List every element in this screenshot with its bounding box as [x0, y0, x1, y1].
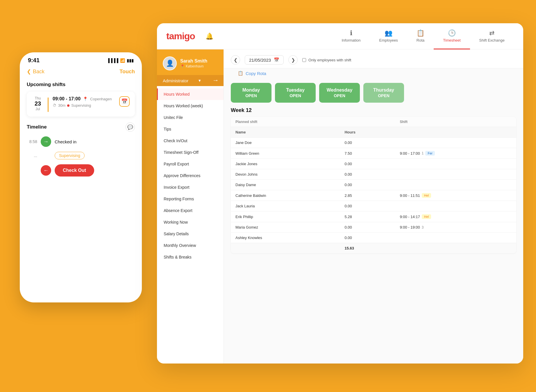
hours-value: 0.00: [340, 159, 395, 169]
checkout-dot: ←: [41, 165, 51, 176]
sidebar-item-payroll-export[interactable]: Payroll Export: [157, 158, 224, 170]
checkin-dot: →: [41, 136, 51, 147]
shift-info: 09:00 - 17:00 📍 Copenhagen ⏱ 30m Supervi…: [53, 96, 115, 108]
tab-shift-exchange[interactable]: ⇄ Shift Exchange: [470, 23, 514, 49]
shift-meta: ⏱ 30m Supervising: [53, 103, 115, 108]
sidebar-item-working-now[interactable]: Working Now: [157, 216, 224, 228]
hours-value: 0.00: [340, 180, 395, 190]
table-row: Jack Lauria 0.00: [231, 201, 516, 211]
chat-icon[interactable]: 💬: [126, 122, 135, 132]
next-date-button[interactable]: ❯: [288, 55, 298, 65]
table-row: Maria Gomez 0.00 9:00 - 19:00 3: [231, 222, 516, 233]
shift-value: [395, 180, 516, 190]
role-dropdown-icon[interactable]: ▾: [199, 78, 201, 83]
shift-value: [395, 233, 516, 243]
copy-rota-bar: 📋 Copy Rota: [224, 68, 523, 78]
total-row: 15.63: [231, 243, 516, 254]
thursday-label: Thursday: [370, 88, 397, 93]
sidebar-item-shifts-breaks[interactable]: Shifts & Breaks: [157, 251, 224, 263]
tab-timesheet[interactable]: 🕒 Timesheet: [434, 23, 470, 49]
tab-information-label: Information: [342, 38, 361, 42]
sidebar-item-timesheet-signoff-label: Timesheet Sign-Off: [164, 150, 199, 155]
prev-date-button[interactable]: ❮: [231, 55, 240, 65]
table-row: Catherine Baldwin 2.85 9:00 - 11:51 Hel: [231, 190, 516, 201]
calendar-icon: 📅: [274, 57, 279, 63]
tab-rota-label: Rota: [417, 38, 424, 42]
employee-name: Jack Lauria: [231, 201, 340, 211]
day-card-monday[interactable]: Monday OPEN: [231, 83, 271, 103]
checkin-label: Checked in: [55, 139, 76, 144]
day-card-thursday[interactable]: Thursday OPEN: [363, 83, 404, 103]
tab-information[interactable]: ℹ Information: [333, 23, 370, 49]
sidebar-item-tips[interactable]: Tips: [157, 123, 224, 135]
day-cards: Monday OPEN Tuesday OPEN Wednesday OPEN …: [224, 78, 523, 103]
day-card-wednesday[interactable]: Wednesday OPEN: [319, 83, 360, 103]
supervising-tag[interactable]: Supervising: [55, 152, 85, 159]
table-row: Ashley Knowles 0.00: [231, 233, 516, 243]
hours-value: 7.50: [340, 148, 395, 159]
shift-tag: Fer: [425, 151, 435, 156]
shift-value: 9:00 - 11:51 Hel: [395, 190, 516, 201]
sidebar: 👤 Sarah Smith 📍 København Administrator …: [157, 49, 224, 364]
employee-name: Maria Gomez: [231, 222, 340, 233]
shift-value: 9:00 - 17:00 1 Fer: [395, 148, 516, 159]
checkout-button[interactable]: Check Out: [55, 164, 94, 177]
sidebar-item-check-in-out[interactable]: Check In/Out: [157, 135, 224, 147]
sidebar-item-timesheet-signoff[interactable]: Timesheet Sign-Off: [157, 147, 224, 158]
sidebar-item-hours-worked-week[interactable]: Hours Worked (week): [157, 100, 224, 112]
sidebar-item-salary-details[interactable]: Salary Details: [157, 228, 224, 240]
shift-action-icon[interactable]: 📅: [119, 96, 130, 107]
hours-value: 2.85: [340, 190, 395, 201]
sidebar-item-hours-worked[interactable]: Hours Worked: [157, 88, 224, 100]
information-icon: ℹ: [350, 29, 352, 37]
only-with-shift-label: Only employees with shift: [308, 58, 351, 62]
day-card-tuesday[interactable]: Tuesday OPEN: [275, 83, 316, 103]
shift-day: Thu: [32, 96, 44, 100]
desktop-mockup: tamigo 🔔 ℹ Information 👥 Employees 📋 Rot…: [157, 23, 523, 364]
tab-employees[interactable]: 👥 Employees: [370, 23, 407, 49]
break-duration: 30m: [58, 103, 65, 108]
bell-icon[interactable]: 🔔: [204, 31, 215, 42]
timeline-title: Timeline: [27, 124, 47, 130]
hours-value: 0.00: [340, 201, 395, 211]
employee-name: Jane Doe: [231, 138, 340, 148]
copy-rota-button[interactable]: 📋 Copy Rota: [238, 68, 509, 78]
sidebar-item-absence-export[interactable]: Absence Export: [157, 205, 224, 216]
break-icon: ⏱: [53, 103, 56, 108]
employee-name: Daisy Dame: [231, 180, 340, 190]
toolbar: ❮ 21/05/2023 📅 ❯ Only employees with shi…: [224, 49, 523, 68]
sidebar-item-monthly-overview[interactable]: Monthly Overview: [157, 240, 224, 251]
avatar: 👤: [163, 56, 177, 70]
week-header: Week 12: [231, 107, 516, 113]
tab-rota[interactable]: 📋 Rota: [407, 23, 434, 49]
planned-shift-header: Planned shift: [231, 117, 340, 127]
shift-month: Jul: [32, 107, 44, 111]
sidebar-item-invoice-export[interactable]: Invoice Export: [157, 181, 224, 193]
table-row: Daisy Dame 0.00: [231, 180, 516, 190]
date-picker[interactable]: 21/05/2023 📅: [245, 55, 284, 65]
timeline-item-checkout: ← Check Out: [27, 164, 135, 177]
sidebar-item-reporting-forms[interactable]: Reporting Forms: [157, 193, 224, 205]
shift-col-header: Shift: [395, 117, 516, 127]
sidebar-role-bar: Administrator ▾ ⭢: [157, 75, 224, 86]
copy-rota-label: Copy Rota: [246, 71, 266, 76]
back-button[interactable]: ❮ Back: [27, 68, 44, 75]
timeline-items: 8:58 → Checked in ... Supervising ←: [27, 136, 135, 180]
tab-shift-exchange-label: Shift Exchange: [479, 38, 505, 42]
sidebar-item-check-in-out-label: Check In/Out: [164, 138, 187, 143]
hours-value: 0.00: [340, 222, 395, 233]
sidebar-item-approve-differences[interactable]: Approve Differences: [157, 170, 224, 181]
only-with-shift-checkbox[interactable]: [302, 58, 306, 62]
phone-content: Upcoming shifts Thu 23 Jul 09:00 - 17:00…: [20, 79, 142, 182]
phone-status-icons: ▐▐▐▐ 📶 ▮▮▮: [107, 58, 134, 63]
date-value: 21/05/2023: [249, 58, 271, 63]
timeline-item-checkin: 8:58 → Checked in: [27, 136, 135, 147]
role-label: Supervising: [71, 103, 91, 108]
shift-tag: Hel: [422, 193, 431, 198]
sidebar-item-unitec-file[interactable]: Unitec File: [157, 112, 224, 123]
shift-location: Copenhagen: [90, 97, 112, 101]
logout-icon[interactable]: ⭢: [213, 78, 218, 83]
monday-status: OPEN: [238, 93, 265, 98]
shift-value: [395, 138, 516, 148]
total-label: [231, 243, 340, 254]
